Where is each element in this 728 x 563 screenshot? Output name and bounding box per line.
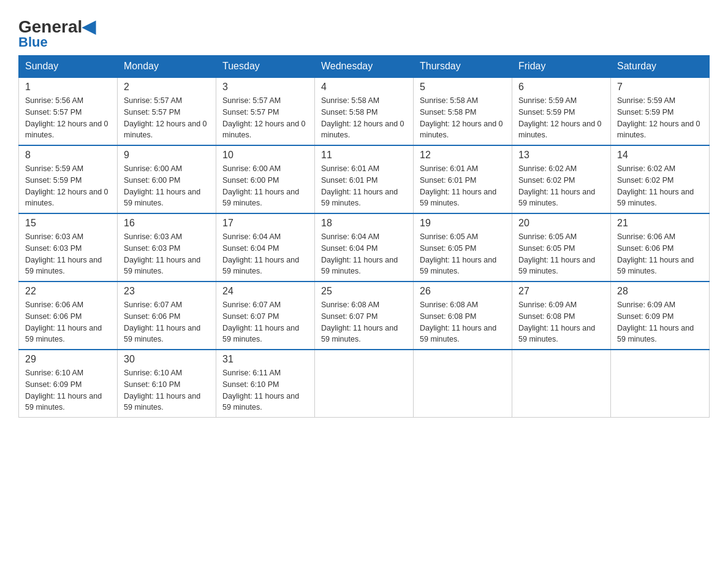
- day-number: 21: [617, 218, 703, 229]
- day-number: 10: [222, 150, 308, 161]
- day-info: Sunrise: 6:08 AMSunset: 6:07 PMDaylight:…: [321, 299, 407, 345]
- calendar-day-cell: 22 Sunrise: 6:06 AMSunset: 6:06 PMDaylig…: [19, 282, 118, 350]
- day-info: Sunrise: 5:59 AMSunset: 5:59 PMDaylight:…: [617, 95, 703, 141]
- day-number: 6: [518, 82, 604, 93]
- calendar-day-cell: 26 Sunrise: 6:08 AMSunset: 6:08 PMDaylig…: [414, 282, 512, 350]
- day-info: Sunrise: 6:01 AMSunset: 6:01 PMDaylight:…: [321, 163, 407, 209]
- day-number: 30: [124, 354, 210, 365]
- day-info: Sunrise: 5:58 AMSunset: 5:58 PMDaylight:…: [321, 95, 407, 141]
- day-info: Sunrise: 5:59 AMSunset: 5:59 PMDaylight:…: [25, 163, 111, 209]
- empty-calendar-cell: [512, 350, 611, 418]
- calendar-day-cell: 30 Sunrise: 6:10 AMSunset: 6:10 PMDaylig…: [118, 350, 216, 418]
- day-info: Sunrise: 6:08 AMSunset: 6:08 PMDaylight:…: [420, 299, 506, 345]
- weekday-header-wednesday: Wednesday: [315, 56, 414, 78]
- day-info: Sunrise: 6:02 AMSunset: 6:02 PMDaylight:…: [518, 163, 604, 209]
- day-info: Sunrise: 6:09 AMSunset: 6:08 PMDaylight:…: [518, 299, 604, 345]
- calendar-day-cell: 8 Sunrise: 5:59 AMSunset: 5:59 PMDayligh…: [19, 145, 118, 213]
- day-number: 24: [222, 286, 308, 297]
- day-number: 22: [25, 286, 111, 297]
- day-number: 31: [222, 354, 308, 365]
- day-info: Sunrise: 6:11 AMSunset: 6:10 PMDaylight:…: [222, 367, 308, 413]
- empty-calendar-cell: [611, 350, 710, 418]
- calendar-day-cell: 27 Sunrise: 6:09 AMSunset: 6:08 PMDaylig…: [512, 282, 611, 350]
- calendar-day-cell: 28 Sunrise: 6:09 AMSunset: 6:09 PMDaylig…: [611, 282, 710, 350]
- empty-calendar-cell: [414, 350, 512, 418]
- calendar-day-cell: 29 Sunrise: 6:10 AMSunset: 6:09 PMDaylig…: [19, 350, 118, 418]
- calendar-table: SundayMondayTuesdayWednesdayThursdayFrid…: [18, 55, 710, 418]
- day-info: Sunrise: 6:01 AMSunset: 6:01 PMDaylight:…: [420, 163, 506, 209]
- weekday-header-sunday: Sunday: [19, 56, 118, 78]
- day-info: Sunrise: 6:06 AMSunset: 6:06 PMDaylight:…: [25, 299, 111, 345]
- day-number: 29: [25, 354, 111, 365]
- day-info: Sunrise: 6:07 AMSunset: 6:06 PMDaylight:…: [124, 299, 210, 345]
- calendar-day-cell: 31 Sunrise: 6:11 AMSunset: 6:10 PMDaylig…: [216, 350, 315, 418]
- day-number: 5: [420, 82, 506, 93]
- calendar-day-cell: 13 Sunrise: 6:02 AMSunset: 6:02 PMDaylig…: [512, 145, 611, 213]
- page-header: General◀ Blue: [18, 12, 710, 49]
- day-info: Sunrise: 5:57 AMSunset: 5:57 PMDaylight:…: [124, 95, 210, 141]
- day-number: 2: [124, 82, 210, 93]
- calendar-day-cell: 12 Sunrise: 6:01 AMSunset: 6:01 PMDaylig…: [414, 145, 512, 213]
- weekday-header-row: SundayMondayTuesdayWednesdayThursdayFrid…: [19, 56, 710, 78]
- day-info: Sunrise: 6:10 AMSunset: 6:10 PMDaylight:…: [124, 367, 210, 413]
- day-number: 18: [321, 218, 407, 229]
- logo-blue-text: Blue: [18, 36, 48, 49]
- weekday-header-monday: Monday: [118, 56, 216, 78]
- day-number: 3: [222, 82, 308, 93]
- calendar-day-cell: 11 Sunrise: 6:01 AMSunset: 6:01 PMDaylig…: [315, 145, 414, 213]
- day-info: Sunrise: 6:05 AMSunset: 6:05 PMDaylight:…: [420, 231, 506, 277]
- day-info: Sunrise: 6:05 AMSunset: 6:05 PMDaylight:…: [518, 231, 604, 277]
- calendar-day-cell: 23 Sunrise: 6:07 AMSunset: 6:06 PMDaylig…: [118, 282, 216, 350]
- logo-triangle-icon: ◀: [82, 17, 96, 36]
- calendar-week-row: 8 Sunrise: 5:59 AMSunset: 5:59 PMDayligh…: [19, 145, 710, 213]
- day-info: Sunrise: 6:04 AMSunset: 6:04 PMDaylight:…: [321, 231, 407, 277]
- day-info: Sunrise: 6:03 AMSunset: 6:03 PMDaylight:…: [25, 231, 111, 277]
- weekday-header-friday: Friday: [512, 56, 611, 78]
- day-info: Sunrise: 6:07 AMSunset: 6:07 PMDaylight:…: [222, 299, 308, 345]
- calendar-day-cell: 3 Sunrise: 5:57 AMSunset: 5:57 PMDayligh…: [216, 77, 315, 145]
- day-number: 17: [222, 218, 308, 229]
- weekday-header-saturday: Saturday: [611, 56, 710, 78]
- day-number: 20: [518, 218, 604, 229]
- logo: General◀ Blue: [18, 12, 96, 49]
- day-info: Sunrise: 6:06 AMSunset: 6:06 PMDaylight:…: [617, 231, 703, 277]
- calendar-day-cell: 2 Sunrise: 5:57 AMSunset: 5:57 PMDayligh…: [118, 77, 216, 145]
- weekday-header-tuesday: Tuesday: [216, 56, 315, 78]
- day-info: Sunrise: 5:59 AMSunset: 5:59 PMDaylight:…: [518, 95, 604, 141]
- day-number: 23: [124, 286, 210, 297]
- day-number: 16: [124, 218, 210, 229]
- calendar-day-cell: 10 Sunrise: 6:00 AMSunset: 6:00 PMDaylig…: [216, 145, 315, 213]
- day-number: 25: [321, 286, 407, 297]
- calendar-day-cell: 1 Sunrise: 5:56 AMSunset: 5:57 PMDayligh…: [19, 77, 118, 145]
- calendar-week-row: 22 Sunrise: 6:06 AMSunset: 6:06 PMDaylig…: [19, 282, 710, 350]
- day-number: 11: [321, 150, 407, 161]
- day-info: Sunrise: 5:57 AMSunset: 5:57 PMDaylight:…: [222, 95, 308, 141]
- day-info: Sunrise: 6:09 AMSunset: 6:09 PMDaylight:…: [617, 299, 703, 345]
- calendar-week-row: 29 Sunrise: 6:10 AMSunset: 6:09 PMDaylig…: [19, 350, 710, 418]
- calendar-day-cell: 24 Sunrise: 6:07 AMSunset: 6:07 PMDaylig…: [216, 282, 315, 350]
- day-number: 13: [518, 150, 604, 161]
- calendar-day-cell: 19 Sunrise: 6:05 AMSunset: 6:05 PMDaylig…: [414, 213, 512, 282]
- day-info: Sunrise: 6:00 AMSunset: 6:00 PMDaylight:…: [124, 163, 210, 209]
- calendar-day-cell: 5 Sunrise: 5:58 AMSunset: 5:58 PMDayligh…: [414, 77, 512, 145]
- calendar-day-cell: 20 Sunrise: 6:05 AMSunset: 6:05 PMDaylig…: [512, 213, 611, 282]
- calendar-day-cell: 16 Sunrise: 6:03 AMSunset: 6:03 PMDaylig…: [118, 213, 216, 282]
- day-number: 7: [617, 82, 703, 93]
- logo-general-text: General◀: [18, 18, 96, 36]
- day-number: 28: [617, 286, 703, 297]
- calendar-day-cell: 15 Sunrise: 6:03 AMSunset: 6:03 PMDaylig…: [19, 213, 118, 282]
- day-info: Sunrise: 5:56 AMSunset: 5:57 PMDaylight:…: [25, 95, 111, 141]
- day-number: 19: [420, 218, 506, 229]
- day-number: 4: [321, 82, 407, 93]
- day-info: Sunrise: 6:00 AMSunset: 6:00 PMDaylight:…: [222, 163, 308, 209]
- day-number: 15: [25, 218, 111, 229]
- day-number: 12: [420, 150, 506, 161]
- day-number: 27: [518, 286, 604, 297]
- day-info: Sunrise: 5:58 AMSunset: 5:58 PMDaylight:…: [420, 95, 506, 141]
- calendar-day-cell: 4 Sunrise: 5:58 AMSunset: 5:58 PMDayligh…: [315, 77, 414, 145]
- calendar-day-cell: 6 Sunrise: 5:59 AMSunset: 5:59 PMDayligh…: [512, 77, 611, 145]
- day-info: Sunrise: 6:02 AMSunset: 6:02 PMDaylight:…: [617, 163, 703, 209]
- calendar-week-row: 1 Sunrise: 5:56 AMSunset: 5:57 PMDayligh…: [19, 77, 710, 145]
- calendar-day-cell: 25 Sunrise: 6:08 AMSunset: 6:07 PMDaylig…: [315, 282, 414, 350]
- calendar-week-row: 15 Sunrise: 6:03 AMSunset: 6:03 PMDaylig…: [19, 213, 710, 282]
